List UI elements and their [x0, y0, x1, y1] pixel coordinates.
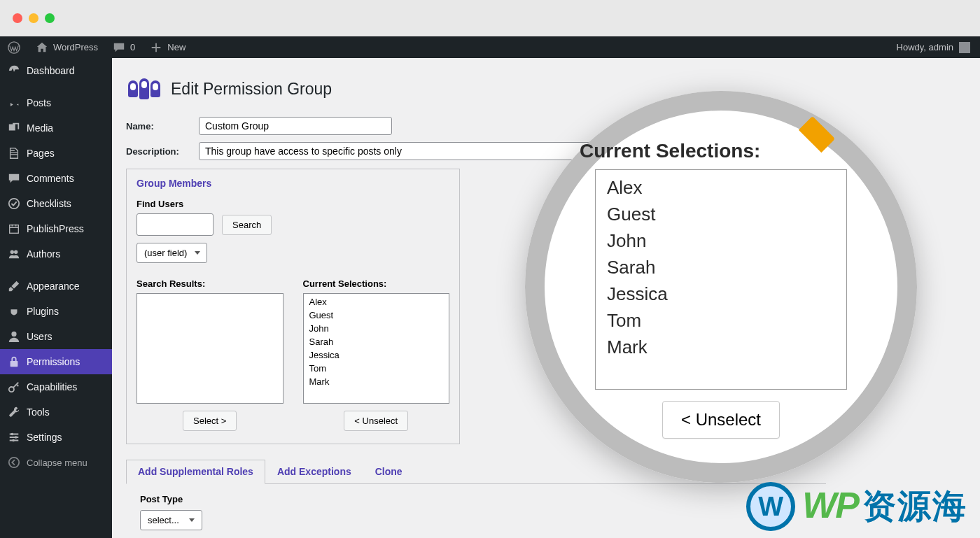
tab-add-exceptions[interactable]: Add Exceptions	[265, 460, 363, 483]
find-users-label: Find Users	[136, 199, 449, 209]
sidebar-item-label: Appearance	[27, 281, 80, 292]
mac-titlebar	[0, 0, 980, 36]
comments-link[interactable]: 0	[105, 36, 142, 58]
sidebar-item-appearance[interactable]: Appearance	[0, 274, 112, 299]
list-item[interactable]: Alex	[304, 295, 449, 309]
watermark-logo-icon: W	[746, 482, 795, 531]
sidebar-item-publishpress[interactable]: PublishPress	[0, 216, 112, 241]
sidebar-item-label: Pages	[27, 148, 55, 159]
find-users-input[interactable]	[136, 213, 214, 236]
user-menu[interactable]: Howdy, admin	[897, 42, 980, 53]
svg-point-4	[14, 250, 18, 254]
sidebar-item-users[interactable]: Users	[0, 324, 112, 349]
unselect-button[interactable]: < Unselect	[344, 411, 408, 431]
groups-icon	[7, 247, 21, 261]
sidebar-item-posts[interactable]: Posts	[0, 90, 112, 115]
sidebar-item-label: Checklists	[27, 198, 71, 209]
list-item[interactable]: Alex	[596, 174, 846, 201]
sidebar-item-pages[interactable]: Pages	[0, 141, 112, 166]
sidebar-item-dashboard[interactable]: Dashboard	[0, 58, 112, 83]
watermark-wp: WP	[802, 484, 858, 526]
magnify-title: Current Selections:	[580, 140, 760, 162]
brush-icon	[7, 279, 21, 293]
list-item[interactable]: Mark	[304, 375, 449, 388]
search-results-listbox[interactable]	[136, 293, 284, 404]
svg-point-11	[9, 458, 19, 467]
sidebar-item-label: Media	[27, 122, 53, 134]
svg-point-8	[11, 433, 14, 436]
wordpress-icon	[7, 41, 21, 55]
site-name-label: WordPress	[53, 42, 98, 52]
sidebar-item-label: Settings	[27, 432, 62, 443]
list-item[interactable]: Sarah	[304, 335, 449, 348]
list-item[interactable]: Sarah	[596, 254, 846, 281]
sidebar-item-label: Posts	[27, 97, 51, 108]
pin-icon	[7, 96, 21, 110]
sidebar-item-comments[interactable]: Comments	[0, 166, 112, 191]
tab-clone[interactable]: Clone	[363, 460, 414, 483]
sidebar-item-label: Users	[27, 331, 52, 342]
howdy-text: Howdy, admin	[897, 42, 953, 52]
description-label: Description:	[126, 146, 199, 157]
wp-logo-menu[interactable]	[0, 36, 28, 58]
sidebar-item-checklists[interactable]: Checklists	[0, 191, 112, 216]
magnify-unselect-button[interactable]: < Unselect	[662, 401, 780, 439]
sidebar-item-authors[interactable]: Authors	[0, 241, 112, 267]
close-window-button[interactable]	[13, 13, 22, 23]
svg-point-5	[11, 332, 16, 337]
user-field-select[interactable]: (user field)	[136, 243, 207, 263]
key-icon	[7, 380, 21, 394]
sidebar-item-plugins[interactable]: Plugins	[0, 299, 112, 324]
group-members-title: Group Members	[136, 178, 449, 189]
sidebar-item-tools[interactable]: Tools	[0, 399, 112, 425]
tab-add-supplemental-roles[interactable]: Add Supplemental Roles	[126, 460, 265, 484]
site-name-link[interactable]: WordPress	[28, 36, 105, 58]
list-item[interactable]: Guest	[304, 309, 449, 322]
list-item[interactable]: Guest	[596, 201, 846, 227]
page-icon	[7, 146, 21, 160]
new-content-link[interactable]: New	[142, 36, 192, 58]
magnified-overlay: Current Selections: AlexGuestJohnSarahJe…	[525, 91, 917, 483]
comment-icon	[112, 41, 126, 55]
post-type-select[interactable]: select...	[140, 510, 202, 530]
list-item[interactable]: John	[304, 322, 449, 335]
sliders-icon	[7, 430, 21, 444]
collapse-menu-button[interactable]: Collapse menu	[0, 450, 112, 475]
svg-point-1	[9, 199, 19, 208]
sidebar-item-label: PublishPress	[27, 223, 84, 234]
sidebar-item-media[interactable]: Media	[0, 115, 112, 141]
current-selections-listbox[interactable]: AlexGuestJohnSarahJessicaTomMark	[303, 293, 450, 404]
sidebar-item-label: Dashboard	[27, 65, 75, 76]
search-button[interactable]: Search	[222, 215, 272, 235]
list-item[interactable]: Jessica	[596, 281, 846, 307]
name-label: Name:	[126, 121, 199, 132]
collapse-icon	[7, 455, 21, 469]
dashboard-icon	[7, 64, 21, 78]
sidebar-item-capabilities[interactable]: Capabilities	[0, 374, 112, 399]
post-type-value: select...	[148, 515, 179, 525]
lock-icon	[7, 355, 21, 369]
user-field-value: (user field)	[144, 248, 187, 258]
name-input[interactable]	[199, 117, 392, 135]
sidebar-item-permissions[interactable]: Permissions	[0, 349, 112, 374]
select-button[interactable]: Select >	[183, 411, 237, 431]
admin-bar: WordPress 0 New Howdy, admin	[0, 36, 980, 58]
svg-point-3	[10, 250, 14, 254]
user-icon	[7, 330, 21, 344]
page-title: Edit Permission Group	[171, 80, 332, 99]
sidebar-item-settings[interactable]: Settings	[0, 425, 112, 450]
svg-point-10	[12, 439, 15, 442]
maximize-window-button[interactable]	[45, 13, 55, 23]
svg-rect-2	[10, 225, 19, 234]
list-item[interactable]: Tom	[304, 362, 449, 375]
list-item[interactable]: Tom	[596, 307, 846, 334]
list-item[interactable]: Mark	[596, 334, 846, 360]
sidebar-item-label: Capabilities	[27, 381, 77, 392]
sidebar-item-label: Tools	[27, 406, 50, 418]
minimize-window-button[interactable]	[29, 13, 38, 23]
wrench-icon	[7, 405, 21, 419]
list-item[interactable]: John	[596, 227, 846, 254]
sidebar-item-label: Permissions	[27, 356, 80, 367]
list-item[interactable]: Jessica	[304, 348, 449, 362]
magnify-selections-listbox[interactable]: AlexGuestJohnSarahJessicaTomMark	[595, 169, 847, 390]
